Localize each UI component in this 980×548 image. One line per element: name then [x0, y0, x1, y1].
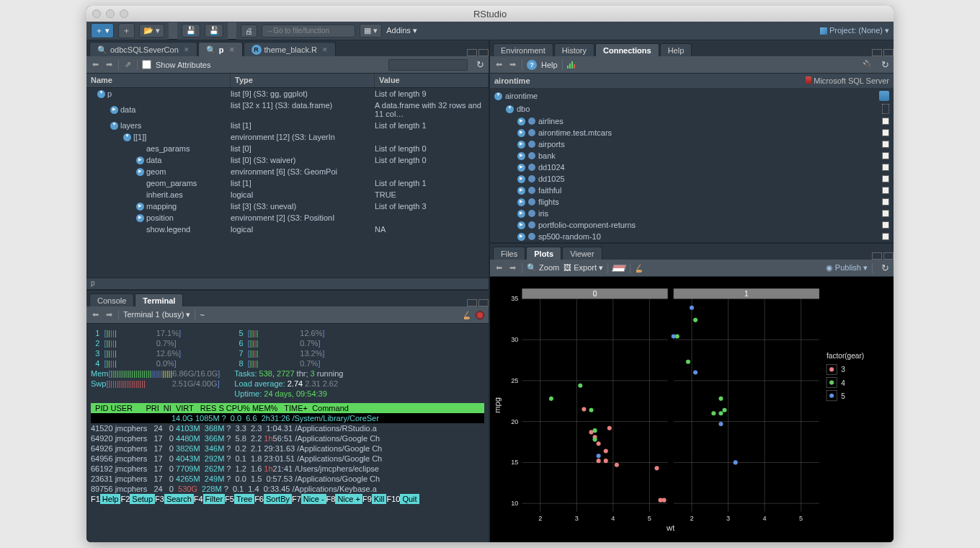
- collapse-icon[interactable]: [136, 203, 144, 211]
- collapse-icon[interactable]: [110, 106, 118, 114]
- expand-icon[interactable]: [494, 92, 502, 100]
- pane-layout-button[interactable]: ▦ ▾: [360, 24, 382, 37]
- expand-icon[interactable]: [517, 233, 525, 241]
- search-input[interactable]: [388, 59, 468, 71]
- object-row[interactable]: datalist [32 x 11] (S3: data.frame)A dat…: [86, 100, 489, 120]
- export-button[interactable]: 🖼 Export ▾: [564, 263, 603, 273]
- terminal-output[interactable]: 1 [||||| 17.1%] 2 [||||| 0.7%] 3 [||||| …: [86, 324, 489, 542]
- pane-minimize-icon[interactable]: [872, 49, 882, 56]
- forward-button[interactable]: ➡: [104, 310, 114, 319]
- object-row[interactable]: positionenvironment [2] (S3: PositionI: [86, 212, 489, 224]
- zoom-window-button[interactable]: [120, 9, 128, 18]
- expand-icon[interactable]: [123, 133, 131, 141]
- conn-table-row[interactable]: airports: [491, 138, 892, 150]
- env-tab[interactable]: Connections: [595, 43, 659, 56]
- collapse-icon[interactable]: [136, 214, 144, 222]
- pane-maximize-icon[interactable]: [478, 49, 489, 56]
- forward-button[interactable]: ➡: [508, 60, 517, 69]
- object-row[interactable]: show.legendlogicalNA: [86, 224, 489, 235]
- source-popout-icon[interactable]: ⇗: [123, 60, 133, 69]
- preview-checkbox[interactable]: [882, 198, 889, 206]
- object-row[interactable]: aes_paramslist [0]List of length 0: [86, 143, 489, 154]
- minimize-window-button[interactable]: [106, 9, 115, 18]
- pane-minimize-icon[interactable]: [467, 49, 477, 56]
- preview-checkbox[interactable]: [882, 210, 889, 217]
- preview-checkbox[interactable]: [882, 129, 889, 136]
- new-file-button[interactable]: ＋ ▾: [91, 23, 114, 38]
- publish-button[interactable]: ◉ Publish ▾: [826, 263, 868, 273]
- plot-tab[interactable]: Viewer: [562, 247, 602, 260]
- conn-table-row[interactable]: airlines: [491, 115, 892, 127]
- expand-icon[interactable]: [517, 152, 525, 160]
- expand-icon[interactable]: [517, 118, 525, 125]
- clear-terminal-icon[interactable]: [463, 311, 471, 319]
- refresh-button[interactable]: ↻: [881, 59, 889, 70]
- close-tab-icon[interactable]: ✕: [184, 46, 190, 53]
- expand-icon[interactable]: [517, 129, 525, 137]
- object-row[interactable]: plist [9] (S3: gg, ggplot)List of length…: [86, 88, 489, 100]
- source-tab[interactable]: Rtheme_black.R✕: [244, 42, 336, 56]
- project-menu[interactable]: Project: (None) ▾: [820, 26, 889, 35]
- expand-icon[interactable]: [517, 187, 525, 195]
- env-tab[interactable]: History: [554, 43, 594, 56]
- next-plot-button[interactable]: ➡: [508, 263, 517, 273]
- refresh-button[interactable]: ↻: [476, 59, 484, 70]
- conn-db-row[interactable]: airontime: [491, 89, 892, 102]
- collapse-icon[interactable]: [136, 156, 144, 164]
- conn-table-row[interactable]: dd1025: [491, 173, 892, 185]
- expand-icon[interactable]: [517, 210, 525, 218]
- save-button[interactable]: 💾: [182, 24, 200, 37]
- print-button[interactable]: 🖨: [241, 25, 257, 37]
- env-tab[interactable]: Environment: [493, 43, 553, 56]
- object-row[interactable]: [[1]]environment [12] (S3: LayerIn: [86, 131, 489, 143]
- conn-table-row[interactable]: flights: [491, 196, 892, 208]
- object-row[interactable]: inherit.aeslogicalTRUE: [86, 189, 489, 200]
- preview-checkbox[interactable]: [882, 152, 889, 159]
- connection-usage-icon[interactable]: [567, 61, 575, 68]
- object-row[interactable]: mappinglist [3] (S3: uneval)List of leng…: [86, 200, 489, 212]
- env-tab[interactable]: Help: [660, 43, 692, 56]
- disconnect-icon[interactable]: 🔌: [863, 60, 873, 69]
- source-tab[interactable]: 🔍odbcSQLSeverCon✕: [89, 42, 197, 56]
- conn-table-row[interactable]: airontime.test.mtcars: [491, 127, 892, 138]
- pane-maximize-icon[interactable]: [883, 49, 894, 56]
- conn-table-row[interactable]: faithful: [491, 185, 892, 196]
- plot-tab[interactable]: Files: [493, 247, 525, 260]
- conn-table-row[interactable]: bank: [491, 150, 892, 162]
- prev-plot-button[interactable]: ⬅: [494, 263, 504, 273]
- expand-icon[interactable]: [97, 90, 105, 98]
- conn-table-row[interactable]: dd1024: [491, 162, 892, 173]
- preview-checkbox[interactable]: [882, 175, 889, 182]
- goto-file-input[interactable]: → Go to file/function: [262, 25, 355, 37]
- conn-schema-row[interactable]: dbo: [491, 102, 892, 115]
- plot-tab[interactable]: Plots: [526, 247, 561, 260]
- expand-icon[interactable]: [506, 105, 514, 113]
- preview-checkbox[interactable]: [882, 221, 889, 229]
- close-window-button[interactable]: [92, 9, 101, 18]
- pane-maximize-icon[interactable]: [478, 299, 489, 306]
- conn-table-row[interactable]: iris: [491, 208, 892, 219]
- preview-checkbox[interactable]: [882, 118, 889, 125]
- close-tab-icon[interactable]: ✕: [229, 46, 235, 53]
- console-tab[interactable]: Terminal: [135, 293, 183, 306]
- collapse-icon[interactable]: [136, 168, 144, 176]
- expand-icon[interactable]: [517, 141, 525, 149]
- open-file-button[interactable]: 📂 ▾: [139, 24, 164, 37]
- expand-icon[interactable]: [517, 198, 525, 206]
- addins-menu[interactable]: Addins ▾: [386, 26, 417, 35]
- preview-checkbox[interactable]: [882, 187, 889, 194]
- pane-maximize-icon[interactable]: [883, 252, 894, 260]
- zoom-button[interactable]: 🔍 Zoom: [527, 263, 559, 273]
- back-button[interactable]: ⬅: [494, 60, 504, 69]
- new-project-button[interactable]: ＋: [118, 23, 135, 38]
- save-all-button[interactable]: 💾: [205, 24, 223, 37]
- expand-icon[interactable]: [110, 122, 118, 130]
- expand-icon[interactable]: [517, 164, 525, 172]
- object-row[interactable]: geom_paramslist [1]List of length 1: [86, 177, 489, 189]
- preview-checkbox[interactable]: [882, 164, 889, 171]
- expand-icon[interactable]: [517, 175, 525, 183]
- close-tab-icon[interactable]: ✕: [322, 46, 328, 53]
- forward-button[interactable]: ➡: [104, 60, 114, 69]
- back-button[interactable]: ⬅: [91, 60, 100, 69]
- stop-terminal-icon[interactable]: [476, 311, 484, 319]
